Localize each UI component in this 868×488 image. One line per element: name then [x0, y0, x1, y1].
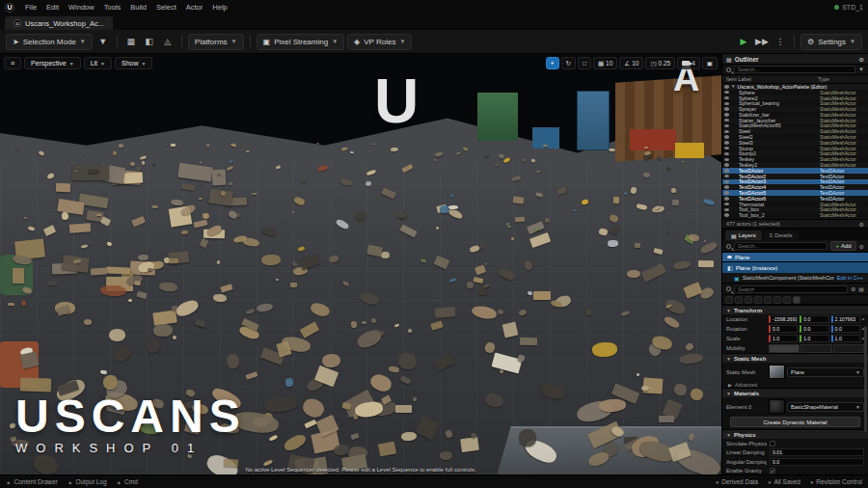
- view-mode-dropdown[interactable]: Lit ▼: [84, 57, 112, 69]
- visibility-eye-icon[interactable]: [724, 124, 729, 128]
- edit-in-cpp-link[interactable]: Edit in C++: [837, 275, 863, 281]
- statusbar-item[interactable]: ▲ Cmd: [117, 478, 138, 485]
- mobility-option[interactable]: [800, 344, 831, 353]
- details-panel-icon[interactable]: ▤: [858, 285, 864, 292]
- lock-icon[interactable]: ▪: [862, 316, 864, 322]
- scale-tool-icon[interactable]: □: [578, 57, 591, 69]
- visibility-eye-icon[interactable]: [724, 208, 729, 212]
- visibility-eye-icon[interactable]: [724, 141, 729, 145]
- physics-value-field[interactable]: 0.01: [770, 448, 864, 456]
- mobility-option[interactable]: [833, 344, 864, 353]
- settings-dropdown[interactable]: ⚙ Settings ▼: [800, 34, 862, 50]
- visibility-eye-icon[interactable]: [724, 113, 729, 117]
- visibility-eye-icon[interactable]: [724, 91, 729, 95]
- z-value-field[interactable]: 2.107963: [831, 315, 860, 323]
- menu-item[interactable]: Help: [207, 3, 231, 12]
- details-filter-chip[interactable]: [764, 296, 772, 304]
- statusbar-item[interactable]: ● Revision Control: [810, 478, 862, 485]
- x-value-field[interactable]: -1598.269133: [769, 315, 798, 323]
- section-physics[interactable]: ▼ Physics: [722, 429, 868, 439]
- visibility-eye-icon[interactable]: [724, 135, 729, 139]
- foliage-mode-icon[interactable]: ◬: [160, 34, 176, 49]
- details-filter-chip[interactable]: [745, 296, 752, 304]
- menu-item[interactable]: Actor: [181, 3, 208, 12]
- scale-snap-toggle[interactable]: ◳0.25: [645, 57, 675, 69]
- menu-item[interactable]: Edit: [41, 3, 64, 12]
- details-scrollbar[interactable]: [864, 326, 867, 432]
- camera-speed-button[interactable]: 4: [677, 57, 700, 69]
- visibility-eye-icon[interactable]: [724, 96, 729, 100]
- create-dynamic-material-button[interactable]: Create Dynamic Material: [730, 417, 860, 427]
- outliner-tree[interactable]: ▼ Uscans_Workshop_ActorPalette (Editor) …: [722, 84, 868, 219]
- level-viewport[interactable]: U A ≡ Perspective ▼ Lit ▼ Show ▼: [0, 54, 721, 474]
- visibility-eye-icon[interactable]: [724, 85, 729, 89]
- visibility-eye-icon[interactable]: [724, 191, 729, 195]
- visibility-eye-icon[interactable]: [727, 256, 732, 259]
- outliner-settings-icon[interactable]: ⚙: [859, 56, 864, 63]
- visibility-eye-icon[interactable]: [724, 119, 729, 122]
- menu-item[interactable]: Build: [125, 3, 151, 12]
- menu-item[interactable]: Window: [64, 3, 99, 12]
- transform-label[interactable]: Location: [726, 316, 767, 322]
- static-mesh-combo[interactable]: Plane ▼: [787, 367, 864, 377]
- visibility-eye-icon[interactable]: [724, 102, 729, 106]
- component-child-row[interactable]: ▣ StaticMeshComponent (StaticMeshCompone…: [722, 273, 868, 284]
- perspective-dropdown[interactable]: Perspective ▼: [24, 57, 81, 69]
- details-filter-chip[interactable]: [783, 296, 791, 304]
- menu-item[interactable]: Select: [151, 3, 181, 12]
- layers-settings-icon[interactable]: ⚙: [859, 243, 864, 250]
- checkbox[interactable]: [770, 441, 775, 447]
- maximize-viewport-icon[interactable]: ▣: [702, 57, 718, 69]
- expand-caret-icon[interactable]: ▼: [731, 84, 735, 89]
- landscape-mode-icon[interactable]: ◧: [142, 34, 157, 49]
- section-static-mesh[interactable]: ▼ Static Mesh: [722, 353, 868, 363]
- y-value-field[interactable]: 1.0: [800, 335, 828, 342]
- layer-item-plane[interactable]: Plane: [722, 253, 868, 262]
- advanced-expander[interactable]: ▶ Advanced: [722, 381, 868, 388]
- grid-snap-toggle[interactable]: ▦10: [593, 57, 617, 69]
- column-item-label[interactable]: Item Label: [726, 76, 818, 82]
- outliner-search-input[interactable]: [734, 66, 855, 73]
- visibility-eye-icon[interactable]: [724, 203, 729, 206]
- show-dropdown[interactable]: Show ▼: [115, 57, 152, 69]
- x-value-field[interactable]: 1.0: [769, 335, 798, 342]
- visibility-eye-icon[interactable]: [724, 197, 729, 201]
- details-filter-chip[interactable]: [793, 296, 800, 304]
- details-filter-chip[interactable]: [773, 296, 781, 304]
- vp-roles-dropdown[interactable]: ◈ VP Roles ▼: [347, 34, 412, 50]
- add-component-button[interactable]: + Add: [830, 241, 855, 251]
- unreal-logo-icon[interactable]: U: [5, 3, 14, 13]
- level-tab[interactable]: u Uscans_Workshop_Ac...: [5, 16, 113, 30]
- physics-value-field[interactable]: 0.0: [770, 458, 864, 466]
- visibility-eye-icon[interactable]: [724, 130, 729, 134]
- details-gear-icon[interactable]: ⚙: [851, 285, 855, 292]
- menu-item[interactable]: File: [20, 3, 41, 12]
- tab-layers[interactable]: ▤ Layers: [725, 230, 762, 240]
- statusbar-item[interactable]: ▲ Content Drawer: [6, 478, 58, 485]
- visibility-eye-icon[interactable]: [724, 180, 729, 184]
- visibility-eye-icon[interactable]: [724, 175, 729, 178]
- outliner-filter-icon[interactable]: ▼: [858, 67, 864, 72]
- more-options-icon[interactable]: ⋮: [773, 34, 788, 49]
- statusbar-item[interactable]: ● Derived Data: [716, 478, 758, 485]
- transform-label[interactable]: Scale: [726, 336, 767, 341]
- rotate-tool-icon[interactable]: ↻: [561, 57, 576, 69]
- menu-item[interactable]: Tools: [99, 3, 126, 12]
- static-mesh-thumbnail[interactable]: [769, 365, 785, 379]
- visibility-eye-icon[interactable]: [724, 169, 729, 173]
- selection-mode-dropdown[interactable]: ➤ Selection Mode ▼: [6, 34, 93, 50]
- tab-details[interactable]: ≡ Details: [764, 230, 799, 240]
- checkbox[interactable]: [770, 468, 775, 474]
- pixel-streaming-dropdown[interactable]: ▣ Pixel Streaming ▼: [257, 34, 345, 50]
- rotation-snap-toggle[interactable]: ∠10: [619, 57, 643, 69]
- visibility-eye-icon[interactable]: [724, 147, 729, 150]
- visibility-eye-icon[interactable]: [724, 107, 729, 111]
- statusbar-item[interactable]: ● All Saved: [768, 478, 800, 485]
- material-thumbnail[interactable]: [769, 399, 785, 414]
- transform-label[interactable]: Rotation: [726, 326, 767, 332]
- visibility-eye-icon[interactable]: [724, 185, 729, 189]
- visibility-eye-icon[interactable]: [724, 158, 729, 162]
- viewport-options-button[interactable]: ≡: [4, 57, 21, 69]
- visibility-eye-icon[interactable]: [724, 213, 729, 217]
- layers-search-input[interactable]: [734, 242, 827, 250]
